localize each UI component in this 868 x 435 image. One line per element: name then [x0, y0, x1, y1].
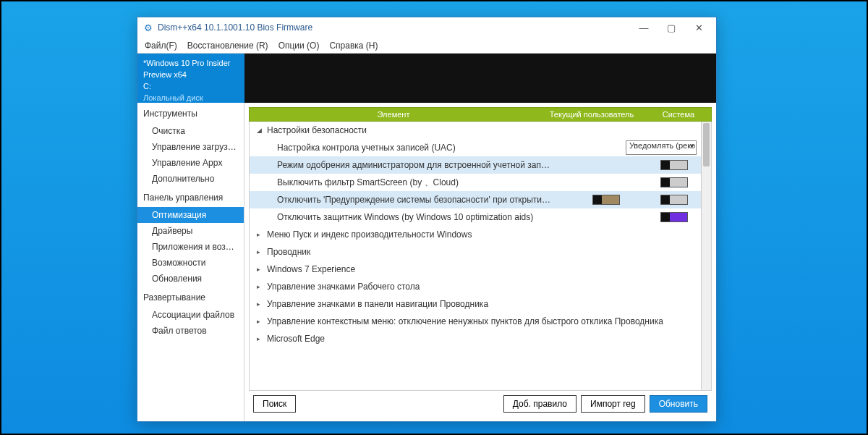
setting-label: Режим одобрения администратором для встр… — [277, 160, 552, 170]
menu-recovery[interactable]: Восстановление (R) — [187, 41, 268, 51]
group-collapsed[interactable]: ▸Управление значками Рабочего стола — [250, 278, 701, 295]
sidebar-item[interactable]: Драйверы — [137, 223, 244, 239]
toggle-system[interactable] — [660, 212, 688, 222]
setting-row[interactable]: Выключить фильтр SmartScreen (by 、Cloud) — [250, 174, 701, 191]
setting-row[interactable]: Отключить 'Предупреждение системы безопа… — [250, 191, 701, 208]
sidebar-item[interactable]: Приложения и возможности — [137, 239, 244, 255]
sidebar-heading: Панель управления — [137, 187, 244, 207]
group-collapsed[interactable]: ▸Проводник — [250, 243, 701, 261]
group-security[interactable]: ◢Настройки безопасности — [250, 122, 701, 139]
grid-header: Элемент Текущий пользователь Система — [249, 107, 712, 122]
sidebar-heading: Развертывание — [137, 287, 244, 307]
toggle-system[interactable] — [660, 177, 688, 187]
col-system: Система — [646, 110, 711, 119]
setting-row[interactable]: Отключить защитник Windows (by Windows 1… — [250, 208, 701, 226]
sidebar-heading: Инструменты — [137, 103, 244, 123]
setting-row[interactable]: Режим одобрения администратором для встр… — [250, 156, 701, 174]
sidebar-item[interactable]: Управление загрузкой — [137, 139, 244, 155]
setting-label: Выключить фильтр SmartScreen (by 、Cloud) — [277, 177, 552, 189]
setting-label: Настройка контрола учетных записей (UAC) — [277, 143, 517, 153]
sidebar-item[interactable]: Оптимизация — [137, 207, 244, 223]
scrollbar[interactable] — [701, 122, 711, 390]
col-element: Элемент — [250, 110, 537, 119]
import-reg-button[interactable]: Импорт reg — [581, 395, 645, 413]
group-collapsed[interactable]: ▸Управление значками в панели навигации … — [250, 295, 701, 313]
add-rule-button[interactable]: Доб. правило — [503, 395, 576, 413]
setting-row[interactable]: Настройка контрола учетных записей (UAC)… — [250, 139, 701, 156]
sidebar-item[interactable]: Дополнительно — [137, 171, 244, 187]
toggle-system[interactable] — [660, 195, 688, 205]
image-band: *Windows 10 Pro Insider Preview x64 C: Л… — [137, 54, 716, 103]
col-user: Текущий пользователь — [537, 110, 646, 119]
close-button[interactable]: ✕ — [692, 22, 706, 33]
main-panel: Элемент Текущий пользователь Система ◢На… — [244, 103, 716, 421]
settings-tree: ◢Настройки безопасностиНастройка контрол… — [249, 122, 712, 391]
image-info[interactable]: *Windows 10 Pro Insider Preview x64 C: Л… — [137, 54, 244, 103]
menu-options[interactable]: Опции (O) — [278, 41, 320, 51]
uac-combo[interactable]: Уведомлять (реко — [626, 140, 697, 155]
sidebar-item[interactable]: Ассоциации файлов — [137, 307, 244, 323]
group-collapsed[interactable]: ▸Microsoft Edge — [250, 330, 701, 347]
footer: Поиск Доб. правило Импорт reg Обновить — [249, 391, 712, 417]
refresh-button[interactable]: Обновить — [650, 395, 707, 413]
window-title: Dism++x64 10.1.1001.10 Bios Firmware — [158, 22, 312, 33]
menu-file[interactable]: Файл(F) — [145, 41, 177, 51]
image-drive: C: — [143, 82, 151, 90]
sidebar-item[interactable]: Очистка — [137, 123, 244, 139]
sidebar: ИнструментыОчисткаУправление загрузкойУп… — [137, 103, 244, 421]
setting-label: Отключить защитник Windows (by Windows 1… — [277, 212, 552, 222]
minimize-button[interactable]: — — [637, 22, 651, 33]
app-window: ⚙ Dism++x64 10.1.1001.10 Bios Firmware —… — [137, 17, 717, 422]
titlebar[interactable]: ⚙ Dism++x64 10.1.1001.10 Bios Firmware —… — [137, 17, 716, 38]
maximize-button[interactable]: ▢ — [664, 22, 678, 33]
image-name: *Windows 10 Pro Insider Preview x64 — [143, 59, 230, 79]
menubar: Файл(F) Восстановление (R) Опции (O) Спр… — [137, 38, 716, 54]
sidebar-item[interactable]: Возможности — [137, 255, 244, 271]
toggle-user[interactable] — [592, 195, 620, 205]
group-collapsed[interactable]: ▸Управление контекстным меню: отключение… — [250, 313, 701, 330]
setting-label: Отключить 'Предупреждение системы безопа… — [277, 195, 552, 205]
search-button[interactable]: Поиск — [253, 395, 296, 413]
sidebar-item[interactable]: Файл ответов — [137, 323, 244, 339]
menu-help[interactable]: Справка (H) — [329, 41, 378, 51]
toggle-system[interactable] — [660, 160, 688, 170]
group-collapsed[interactable]: ▸Меню Пуск и индекс производительности W… — [250, 226, 701, 243]
sidebar-item[interactable]: Обновления — [137, 271, 244, 287]
group-collapsed[interactable]: ▸Windows 7 Experience — [250, 261, 701, 278]
window-controls: — ▢ ✕ — [637, 22, 713, 33]
app-icon: ⚙ — [143, 22, 153, 33]
sidebar-item[interactable]: Управление Appx — [137, 155, 244, 171]
